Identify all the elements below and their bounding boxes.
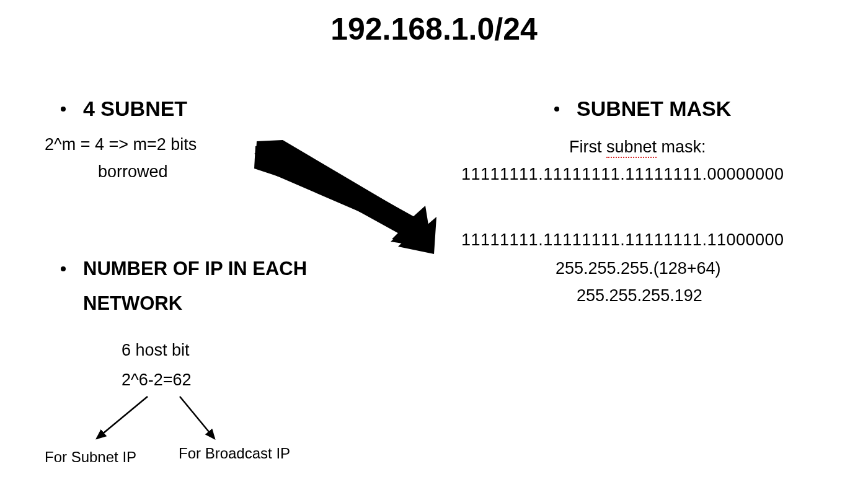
bullet-dot-icon <box>61 266 66 271</box>
host-bit-text: 6 host bit <box>122 341 190 360</box>
bullet-dot-icon <box>554 107 559 112</box>
bullet-4-subnet: 4 SUBNET <box>61 97 187 121</box>
first-mask-label: First subnet mask: <box>569 138 706 157</box>
svg-line-1 <box>180 397 215 439</box>
heading-subnet-mask: SUBNET MASK <box>577 97 731 121</box>
heading-ip-count-line2: NETWORK <box>83 292 182 315</box>
mask-decimal-sum: 255.255.255.(128+64) <box>556 259 720 278</box>
page-title: 192.168.1.0/24 <box>0 11 868 47</box>
subnet-calc-line1: 2^m = 4 => m=2 bits <box>45 135 197 154</box>
big-arrow-icon <box>242 140 440 264</box>
branch-right-label: For Broadcast IP <box>179 445 290 462</box>
first-mask-pre: First <box>569 138 606 156</box>
mask-decimal: 255.255.255.192 <box>577 286 702 305</box>
first-mask-mid: subnet <box>606 138 657 158</box>
branch-arrows-icon <box>74 394 236 450</box>
mask-binary-2: 11111111.11111111.11111111.11000000 <box>461 230 784 250</box>
subnet-calc-line2: borrowed <box>98 162 168 182</box>
svg-marker-5 <box>255 140 432 244</box>
host-calc-text: 2^6-2=62 <box>122 370 192 390</box>
heading-ip-count-line2-wrap: NETWORK <box>83 292 182 315</box>
first-mask-post: mask: <box>657 138 706 156</box>
bullet-subnet-mask: SUBNET MASK <box>554 97 731 121</box>
bullet-dot-icon <box>61 107 66 112</box>
branch-left-label: For Subnet IP <box>45 449 136 466</box>
svg-line-0 <box>97 397 148 439</box>
heading-4-subnet: 4 SUBNET <box>83 97 187 121</box>
mask-binary-1: 11111111.11111111.11111111.00000000 <box>461 165 784 184</box>
